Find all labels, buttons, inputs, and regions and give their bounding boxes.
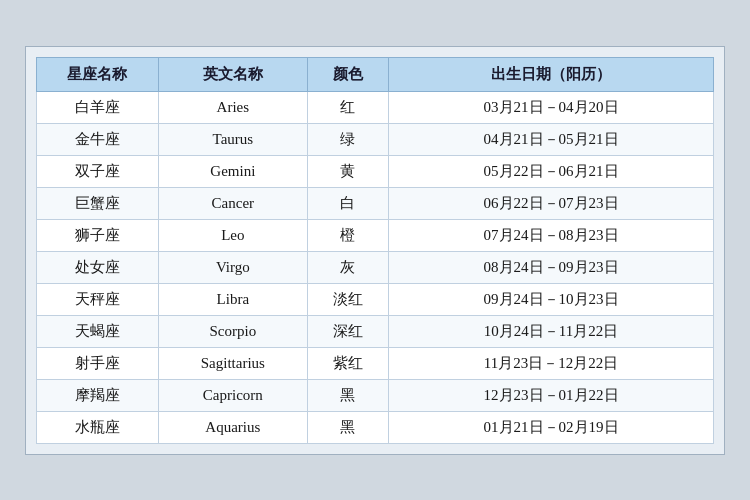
cell-en-name: Libra [158,283,307,315]
zodiac-table: 星座名称 英文名称 颜色 出生日期（阳历） 白羊座Aries红03月21日－04… [36,57,714,444]
table-row: 射手座Sagittarius紫红11月23日－12月22日 [37,347,714,379]
cell-date: 05月22日－06月21日 [389,155,714,187]
cell-date: 11月23日－12月22日 [389,347,714,379]
cell-color: 黑 [307,379,388,411]
table-row: 巨蟹座Cancer白06月22日－07月23日 [37,187,714,219]
cell-color: 白 [307,187,388,219]
cell-zh-name: 处女座 [37,251,159,283]
table-row: 水瓶座Aquarius黑01月21日－02月19日 [37,411,714,443]
cell-color: 黑 [307,411,388,443]
cell-color: 淡红 [307,283,388,315]
cell-date: 12月23日－01月22日 [389,379,714,411]
header-zh-name: 星座名称 [37,57,159,91]
table-row: 处女座Virgo灰08月24日－09月23日 [37,251,714,283]
cell-en-name: Leo [158,219,307,251]
cell-zh-name: 水瓶座 [37,411,159,443]
cell-date: 08月24日－09月23日 [389,251,714,283]
cell-color: 紫红 [307,347,388,379]
cell-color: 黄 [307,155,388,187]
table-row: 天秤座Libra淡红09月24日－10月23日 [37,283,714,315]
cell-zh-name: 射手座 [37,347,159,379]
cell-date: 06月22日－07月23日 [389,187,714,219]
cell-color: 绿 [307,123,388,155]
cell-zh-name: 摩羯座 [37,379,159,411]
cell-en-name: Aquarius [158,411,307,443]
cell-en-name: Sagittarius [158,347,307,379]
table-row: 天蝎座Scorpio深红10月24日－11月22日 [37,315,714,347]
table-body: 白羊座Aries红03月21日－04月20日金牛座Taurus绿04月21日－0… [37,91,714,443]
cell-en-name: Capricorn [158,379,307,411]
cell-date: 03月21日－04月20日 [389,91,714,123]
cell-zh-name: 巨蟹座 [37,187,159,219]
cell-en-name: Scorpio [158,315,307,347]
cell-color: 红 [307,91,388,123]
cell-en-name: Aries [158,91,307,123]
cell-zh-name: 狮子座 [37,219,159,251]
cell-date: 04月21日－05月21日 [389,123,714,155]
table-row: 白羊座Aries红03月21日－04月20日 [37,91,714,123]
cell-date: 01月21日－02月19日 [389,411,714,443]
cell-zh-name: 金牛座 [37,123,159,155]
cell-en-name: Virgo [158,251,307,283]
table-row: 摩羯座Capricorn黑12月23日－01月22日 [37,379,714,411]
header-date: 出生日期（阳历） [389,57,714,91]
cell-en-name: Cancer [158,187,307,219]
main-container: 星座名称 英文名称 颜色 出生日期（阳历） 白羊座Aries红03月21日－04… [25,46,725,455]
cell-zh-name: 双子座 [37,155,159,187]
cell-date: 09月24日－10月23日 [389,283,714,315]
table-header-row: 星座名称 英文名称 颜色 出生日期（阳历） [37,57,714,91]
table-row: 双子座Gemini黄05月22日－06月21日 [37,155,714,187]
cell-en-name: Gemini [158,155,307,187]
cell-zh-name: 白羊座 [37,91,159,123]
cell-color: 橙 [307,219,388,251]
cell-date: 07月24日－08月23日 [389,219,714,251]
header-color: 颜色 [307,57,388,91]
table-row: 狮子座Leo橙07月24日－08月23日 [37,219,714,251]
cell-en-name: Taurus [158,123,307,155]
cell-zh-name: 天秤座 [37,283,159,315]
cell-zh-name: 天蝎座 [37,315,159,347]
table-row: 金牛座Taurus绿04月21日－05月21日 [37,123,714,155]
cell-date: 10月24日－11月22日 [389,315,714,347]
cell-color: 灰 [307,251,388,283]
header-en-name: 英文名称 [158,57,307,91]
cell-color: 深红 [307,315,388,347]
